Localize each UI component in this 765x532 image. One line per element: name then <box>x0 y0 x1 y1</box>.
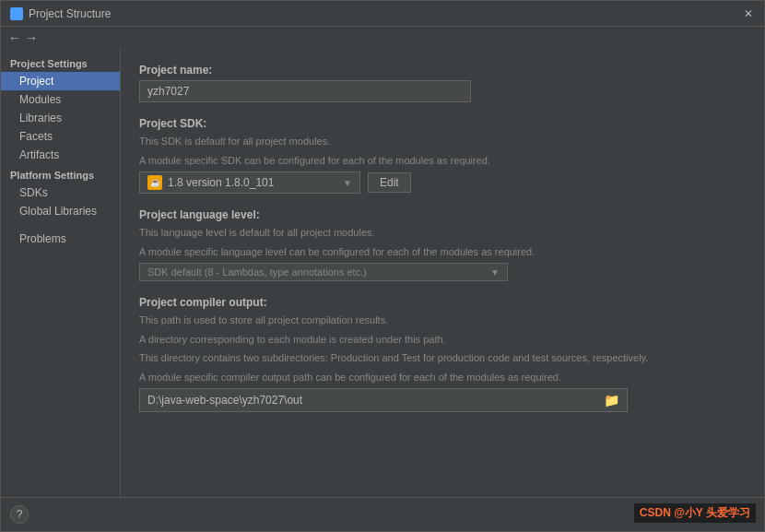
sidebar-item-sdks[interactable]: SDKs <box>1 183 120 202</box>
help-button[interactable]: ? <box>10 505 29 524</box>
sidebar-item-facets[interactable]: Facets <box>1 127 120 146</box>
svg-rect-1 <box>18 9 21 13</box>
section-label-platform-settings: Platform Settings <box>1 164 120 183</box>
title-bar: Project Structure ✕ <box>1 1 764 27</box>
project-sdk-group: Project SDK: This SDK is default for all… <box>139 117 746 194</box>
compiler-output-hint3: This directory contains two subdirectori… <box>139 350 746 366</box>
project-name-label: Project name: <box>139 64 746 77</box>
compiler-output-hint1: This path is used to store all project c… <box>139 313 746 328</box>
main-panel: Project name: Project SDK: This SDK is d… <box>121 49 764 497</box>
back-arrow[interactable]: ← <box>8 30 21 45</box>
sdk-value: 1.8 version 1.8.0_101 <box>168 176 274 189</box>
nav-bar: ← → <box>1 27 764 49</box>
dialog-title: Project Structure <box>29 7 111 20</box>
sidebar-item-global-libraries[interactable]: Global Libraries <box>1 202 120 220</box>
sidebar: Project Settings Project Modules Librari… <box>1 49 121 497</box>
compiler-output-hint4: A module specific compiler output path c… <box>139 370 746 385</box>
close-button[interactable]: ✕ <box>742 7 755 20</box>
folder-browse-icon[interactable]: 📁 <box>604 393 619 408</box>
compiler-output-path-row: D:\java-web-space\yzh7027\out 📁 <box>139 388 628 412</box>
svg-rect-0 <box>12 9 16 13</box>
compiler-output-path-value: D:\java-web-space\yzh7027\out <box>147 394 302 407</box>
project-name-group: Project name: <box>139 64 746 102</box>
project-sdk-label: Project SDK: <box>139 117 746 130</box>
svg-rect-2 <box>12 15 16 18</box>
sidebar-item-project[interactable]: Project <box>1 72 120 90</box>
project-language-level-group: Project language level: This language le… <box>139 208 746 281</box>
sdk-dropdown[interactable]: ☕ 1.8 version 1.8.0_101 ▼ <box>139 171 360 194</box>
project-compiler-output-group: Project compiler output: This path is us… <box>139 296 746 412</box>
watermark: CSDN @小Y 头爱学习 <box>634 503 756 523</box>
project-language-level-hint1: This language level is default for all p… <box>139 225 746 241</box>
language-level-dropdown-arrow: ▼ <box>490 267 500 278</box>
svg-rect-3 <box>18 15 21 18</box>
project-language-level-label: Project language level: <box>139 208 746 221</box>
sdk-java-icon: ☕ <box>147 175 162 190</box>
sidebar-item-libraries[interactable]: Libraries <box>1 109 120 127</box>
sidebar-item-artifacts[interactable]: Artifacts <box>1 146 120 164</box>
sdk-row: ☕ 1.8 version 1.8.0_101 ▼ Edit <box>139 171 746 194</box>
project-name-input[interactable] <box>139 80 471 102</box>
forward-arrow[interactable]: → <box>25 30 38 45</box>
language-level-dropdown[interactable]: SDK default (8 - Lambdas, type annotatio… <box>139 263 508 281</box>
section-label-project-settings: Project Settings <box>1 53 120 72</box>
sidebar-item-problems[interactable]: Problems <box>1 230 120 248</box>
project-compiler-output-label: Project compiler output: <box>139 296 746 309</box>
project-sdk-hint2: A module specific SDK can be configured … <box>139 153 746 169</box>
sdk-dropdown-arrow: ▼ <box>343 178 352 188</box>
sdk-edit-button[interactable]: Edit <box>368 172 411 193</box>
project-sdk-hint1: This SDK is default for all project modu… <box>139 134 746 149</box>
language-level-value: SDK default (8 - Lambdas, type annotatio… <box>147 266 367 278</box>
title-icon <box>10 7 23 20</box>
sidebar-item-modules[interactable]: Modules <box>1 90 120 109</box>
compiler-output-hint2: A directory corresponding to each module… <box>139 332 746 348</box>
project-language-level-hint2: A module specific language level can be … <box>139 244 746 260</box>
